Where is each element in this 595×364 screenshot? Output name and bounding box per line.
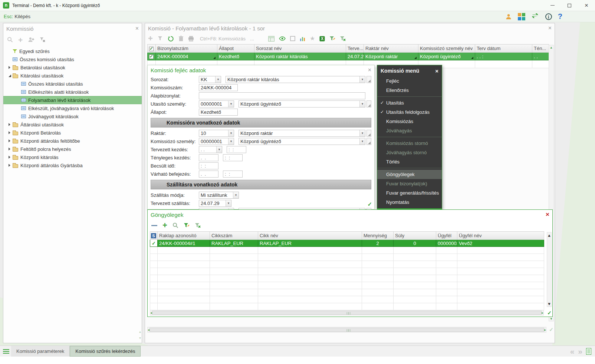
column-header-cikkszam[interactable]: Cikkszám — [210, 232, 258, 240]
chevron-down-icon[interactable] — [215, 76, 221, 83]
search-icon[interactable] — [7, 37, 13, 43]
close-button[interactable] — [578, 0, 595, 11]
utasito-code-combo[interactable]: 00000001 — [199, 100, 234, 107]
main-horizontal-scrollbar[interactable]: ◂ ▸ — [147, 327, 546, 332]
komissiozas-shortcut-hint[interactable]: Ctrl+F8: Komissiózás — [200, 36, 246, 42]
user-icon[interactable] — [505, 13, 512, 20]
sidebar-item-kozponti-kitarolas[interactable]: Központi kitárolás — [3, 153, 142, 161]
filter-edit-icon[interactable] — [184, 222, 190, 228]
filter-edit-icon[interactable] — [329, 36, 335, 42]
scrollbar-thumb[interactable] — [149, 328, 544, 332]
allapot-input[interactable] — [199, 109, 238, 116]
menu-item-fuvar-generalas[interactable]: Fuvar generálás/frissítés — [377, 188, 442, 198]
packages-horizontal-scrollbar[interactable]: ◂ ▸ — [150, 310, 544, 315]
column-header-terv-datum[interactable]: Terv dátum — [475, 44, 532, 53]
navigate-first-icon[interactable]: « — [570, 347, 575, 355]
more-actions-button[interactable]: ... — [250, 36, 254, 42]
add-row-icon[interactable]: + — [162, 221, 167, 229]
table-row-selected[interactable]: 24/KK-000004 Kezdhető Központi raktár ki… — [148, 53, 549, 60]
sidebar-item-kitarolasi[interactable]: Kitárolási utasítások — [3, 72, 142, 80]
select-all-checkbox[interactable] — [148, 44, 156, 53]
cell-raktar-nev[interactable]: Központi raktár — [364, 53, 418, 60]
context-menu-close-icon[interactable] — [435, 68, 438, 74]
column-header-tenyleges[interactable]: Tén... — [532, 44, 549, 53]
scroll-right-icon[interactable]: ▸ — [544, 328, 546, 332]
person-add-icon[interactable] — [28, 37, 34, 43]
sorozat-name-combo[interactable]: Központi raktár kitárolás — [226, 76, 365, 83]
chevron-down-icon[interactable] — [359, 101, 365, 107]
apps-grid-icon[interactable] — [518, 13, 525, 20]
scroll-up-icon[interactable]: ▴ — [139, 330, 141, 334]
menu-item-nyomtatas[interactable]: Nyomtatás — [377, 198, 442, 207]
komissiozo-name-combo[interactable]: Központi ügyintéző — [239, 138, 365, 145]
favorite-star-icon[interactable]: ★ — [310, 36, 315, 42]
komissioszam-input[interactable] — [199, 84, 238, 91]
komissiozo-code-combo[interactable]: 00000001 — [199, 138, 234, 145]
delete-icon[interactable] — [178, 36, 184, 42]
becsult-ido-input[interactable] — [199, 162, 218, 169]
sidebar-item-kozponti-betarolas[interactable]: Központi Betárolás — [3, 129, 142, 137]
cell-cikkszam[interactable]: RAKLAP_EUR — [210, 240, 258, 247]
expander-icon[interactable] — [9, 75, 11, 77]
column-header-komissiozo-szemely-nev[interactable]: Komissiózó személy név — [418, 44, 475, 53]
add-row-icon[interactable]: + — [148, 34, 153, 43]
menu-item-gongyolegek[interactable]: Göngyölegek — [377, 170, 442, 179]
column-header-cikk-nev[interactable]: Cikk név — [258, 232, 362, 240]
cell-komissiozo-szemely[interactable]: Központi ügyintéző — [418, 53, 475, 60]
help-icon[interactable] — [558, 12, 562, 21]
tervezett-szallitas-combo[interactable]: 24.07.29 — [199, 200, 231, 207]
dialog-confirm-icon[interactable]: ✓ — [367, 201, 372, 208]
cell-bizonylatszam[interactable]: 24/KK-000004 — [156, 53, 217, 60]
clear-filter-icon[interactable] — [39, 37, 45, 43]
menu-item-komissiozas[interactable]: Komissiózás — [377, 117, 442, 126]
tenyleges-kezdes-time-input[interactable] — [223, 154, 243, 161]
expander-icon[interactable] — [9, 148, 10, 150]
tab-komissio-parameterek[interactable]: Komissió paraméterek — [11, 346, 70, 357]
add-icon[interactable]: + — [18, 36, 23, 44]
minimize-button[interactable] — [544, 0, 561, 11]
utasito-name-combo[interactable]: Központi ügyintéző — [239, 100, 365, 107]
packages-vertical-scrollbar[interactable]: ▴ ▾ — [547, 232, 552, 307]
maximize-button[interactable] — [561, 0, 578, 11]
expander-icon[interactable] — [9, 139, 10, 142]
tervezett-kezdes-time-input[interactable] — [227, 146, 246, 153]
cell-suly[interactable]: 0 — [394, 240, 436, 247]
detail-button[interactable] — [366, 138, 371, 145]
sidebar-item-kozponti-attarolas-feltoltobe[interactable]: Központi áttárolás feltöltőbe — [3, 137, 142, 145]
navigate-last-icon[interactable]: » — [578, 347, 582, 355]
expander-icon[interactable] — [9, 66, 10, 69]
szallitas-modja-combo[interactable]: Mi szállítunk — [199, 192, 239, 199]
tenyleges-kezdes-date-input[interactable] — [199, 154, 218, 161]
column-header-raktar-nev[interactable]: Raktár név — [364, 44, 418, 53]
chevron-down-icon[interactable] — [216, 146, 222, 153]
column-header-bizonylatszam[interactable]: Bizonylatszám — [156, 44, 217, 53]
column-header-ugyfel-nev[interactable]: Ügyfél név — [457, 232, 544, 240]
excel-export-icon[interactable]: X — [319, 36, 325, 42]
row-checkbox[interactable] — [148, 53, 156, 60]
sidebar-item-elokeszites-alatti[interactable]: Előkészítés alatti kitárolások — [3, 88, 142, 96]
scroll-down-icon[interactable]: ▾ — [139, 336, 141, 340]
cell-ugyfel[interactable]: 00000002 — [436, 240, 457, 247]
cell-sorozat-nev[interactable]: Központi raktár kitárolás — [254, 53, 346, 60]
alapbizonylat-input[interactable] — [199, 92, 365, 99]
menu-item-fejlec[interactable]: Fejléc — [377, 76, 442, 86]
menu-item-utasitas[interactable]: Utasítás — [377, 98, 442, 107]
chevron-down-icon[interactable] — [228, 138, 234, 145]
expander-icon[interactable] — [9, 156, 10, 159]
cell-cikk-nev[interactable]: RAKLAP_EUR — [258, 240, 362, 247]
cell-tenyleges-datum[interactable]: . . — [532, 53, 549, 60]
expander-icon[interactable] — [9, 131, 10, 134]
table-view-icon[interactable] — [268, 36, 275, 42]
chevron-down-icon[interactable] — [359, 130, 365, 136]
chevron-down-icon[interactable] — [228, 130, 234, 136]
cell-tervezett[interactable]: 24.07.29 — [346, 53, 364, 60]
filter-clear-icon[interactable] — [195, 222, 201, 228]
menu-item-utasitas-feldolgozas[interactable]: Utasítás feldolgozás — [377, 107, 442, 117]
expander-icon[interactable] — [9, 123, 10, 126]
packages-confirm-icon[interactable]: ✓ — [547, 310, 552, 316]
cell-ugyfel-nev[interactable]: Vevő2 — [457, 240, 544, 247]
scroll-down-icon[interactable]: ▾ — [548, 301, 550, 307]
scroll-up-icon[interactable]: ▴ — [548, 232, 550, 238]
print-icon[interactable] — [188, 36, 194, 42]
info-icon[interactable] — [545, 13, 552, 20]
